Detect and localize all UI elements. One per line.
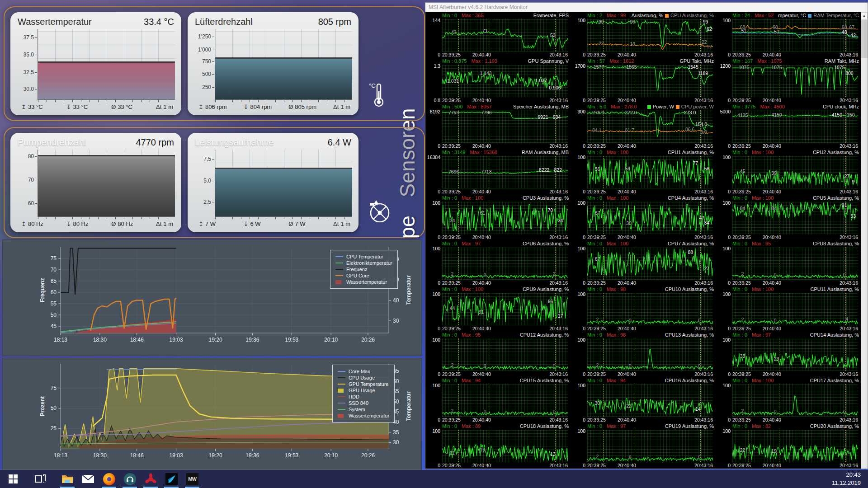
monitor-graph[interactable]: Min : 0Max : 98CPU10 Auslastung, %100200…	[571, 286, 716, 332]
graph-plot[interactable]: 44316617	[442, 293, 568, 325]
graph-plot[interactable]: 67304734	[587, 202, 713, 234]
sensor-panel[interactable]: Lüfterdrehzahl805 rpm1'2501'000750500250…	[188, 12, 359, 115]
monitor-graph[interactable]: Min : 0Max : 89CPU18 Auslastung, %100111…	[425, 423, 571, 469]
series-swatch-icon	[676, 105, 679, 109]
graph-plot[interactable]: 1577156515451189	[587, 65, 713, 97]
sensor-panel[interactable]: Leistungsaufnahme6.4 W7.55.02.5↥7 W↧6 WØ…	[188, 133, 359, 232]
monitor-graph[interactable]: Min : 5.0Max : 278.0Power, WCPU power, W…	[571, 103, 716, 149]
monitor-graph[interactable]: Min : 0Max : 95CPU8 Auslastung, %1002000…	[716, 240, 861, 286]
legend-swatch	[335, 280, 341, 284]
legend-label: GPU Temperature	[349, 381, 388, 387]
monitor-graph[interactable]: Min : 0Max : 100CPU5 Auslastung, %100848…	[716, 195, 861, 240]
graph-plot[interactable]: 200	[442, 338, 568, 371]
graph-plot[interactable]: 302214	[587, 384, 713, 417]
legend-label: Frequenz	[346, 267, 367, 272]
modern-warfare-icon[interactable]: MW	[182, 470, 203, 488]
scrollbar[interactable]: ▲	[861, 12, 868, 469]
afterburner-window[interactable]: MSI Afterburner v4.6.2 Hardware Monitor …	[425, 2, 868, 469]
graph-header: Min : 0Max : 82CPU20 Auslastung, %	[716, 423, 859, 429]
time-label: 20:43:16	[549, 143, 568, 149]
monitor-graph[interactable]: Min : 0Max : 82CPU20 Auslastung, %100221…	[716, 423, 861, 469]
file-explorer-icon[interactable]	[57, 470, 78, 488]
graph-plot[interactable]: 4539279	[732, 156, 858, 188]
monitor-graph[interactable]: Min : 0Max : 97CPU6 Auslastung, %1002020…	[425, 240, 571, 286]
mail-icon[interactable]	[78, 470, 99, 488]
graph-plot[interactable]: 779377966921934	[442, 110, 568, 143]
monitor-graph[interactable]: Min : 24Max : 52CPU Temperatur, °CRAM Te…	[716, 12, 861, 58]
graph-title: CPU18 Auslastung, %	[485, 423, 569, 429]
monitor-graph[interactable]: Min : 0Max : 98CPU13 Auslastung, %100200…	[571, 332, 716, 377]
monitor-graph[interactable]: Min : 0Max : 100CPU11 Auslastung, %10020…	[716, 286, 861, 332]
history-chart-frequency[interactable]: 455055606570753040506018:1318:3018:4619:…	[2, 239, 422, 356]
graph-title: CPU Temperatur, °CRAM Temperatur, °C	[778, 13, 859, 19]
graph-plot[interactable]: 3323	[732, 338, 858, 371]
graph-plot[interactable]: 84849153	[732, 202, 858, 234]
graph-plot[interactable]: 2219	[732, 430, 858, 462]
graph-title-text: CPU20 Auslastung, %	[810, 423, 859, 429]
monitor-graph[interactable]: Min : 0Max : 94CPU15 Auslastung, %100200…	[425, 377, 571, 423]
graph-plot[interactable]: 34617034	[442, 202, 568, 234]
monitor-graph[interactable]: Min : 500Max : 8057Speicher Auslastung, …	[425, 103, 571, 149]
monitor-graph[interactable]: Min : 0Max : 100CPU2 Auslastung, %100453…	[716, 149, 861, 195]
graph-plot[interactable]: 202	[442, 247, 568, 280]
monitor-graph[interactable]: Min : 0Max : 97CPU14 Auslastung, %100332…	[716, 332, 861, 377]
graph-plot[interactable]: 200	[587, 430, 713, 462]
graph-plot[interactable]: 1.0311.1431.0370.906	[442, 65, 568, 97]
sensor-panel[interactable]: Wassertemperatur33.4 °C37.535.032.530.0↥…	[10, 12, 181, 115]
graph-plot[interactable]: 769677188222822	[442, 156, 568, 188]
task-view-icon[interactable]	[30, 470, 51, 488]
monitor-graph[interactable]: Min : 0Max : 365Framerate, FPS1447071530…	[425, 12, 571, 58]
start-icon[interactable]	[3, 470, 24, 488]
monitor-graph[interactable]: Min : 0Max : 100CPU4 Auslastung, %100673…	[571, 195, 716, 240]
monitor-graph[interactable]: Min : 0Max : 95CPU12 Auslastung, %100200…	[425, 332, 571, 377]
graph-plot[interactable]: 200	[587, 338, 713, 371]
svg-text:19:03: 19:03	[170, 452, 183, 459]
time-label: 20:43:16	[549, 52, 568, 57]
sensor-panel[interactable]: Pumpendrehzahl4770 rpm807060↥80 Hz↧80 Hz…	[10, 133, 181, 232]
graph-plot[interactable]: 276.0272.0273.0154.084.181.786.66.0	[587, 110, 713, 143]
graph-scale-min: 0	[716, 235, 731, 240]
monitor-graph[interactable]: Min : 0Max : 100CPU9 Auslastung, %100443…	[425, 286, 571, 332]
scroll-thumb[interactable]	[861, 20, 868, 58]
graph-plot[interactable]: 6868686751504842	[732, 19, 858, 52]
monitor-graph[interactable]: Min : 0Max : 94CPU16 Auslastung, %100302…	[571, 377, 716, 423]
monitor-graph[interactable]: Min : 167Max : 1075RAM Takt, MHz12001075…	[716, 58, 861, 103]
graph-plot[interactable]: 200	[442, 384, 568, 417]
taskbar-clock[interactable]: 20:43 11.12.2019	[832, 471, 861, 487]
firefox-icon[interactable]	[99, 470, 119, 488]
graph-scale-min: 0	[716, 371, 731, 377]
monitor-graph[interactable]: Min : 0.875Max : 1.193GPU Spannung, V1.3…	[425, 58, 571, 103]
time-label: 20:40:40	[472, 235, 491, 240]
graph-plot[interactable]: 200	[587, 293, 713, 325]
monitor-graph[interactable]: Min : 3149Max : 15368RAM Auslastung, MB1…	[425, 149, 571, 195]
graph-plot[interactable]: 204	[732, 293, 858, 325]
graph-plot[interactable]: 56597758	[587, 156, 713, 188]
monitor-graph[interactable]: Min : 57Max : 1612GPU Takt, MHz170015771…	[571, 58, 716, 103]
graph-plot[interactable]: 678827	[587, 247, 713, 280]
graph-plot[interactable]: 412541504150150	[732, 110, 858, 143]
scroll-up-icon[interactable]: ▲	[861, 12, 868, 19]
graph-plot[interactable]: 9999996222192212	[587, 19, 713, 52]
monitor-graph[interactable]: Min : 3775Max : 4500CPU clock, MHz500041…	[716, 103, 861, 149]
graph-scale-min: 0	[716, 189, 731, 194]
msi-afterburner-icon[interactable]	[161, 470, 182, 488]
graph-plot[interactable]: 107510751075800	[732, 65, 858, 97]
legend-label: GPU Usage	[349, 388, 375, 393]
monitor-graph[interactable]: Min : 0Max : 100CPU3 Auslastung, %100346…	[425, 195, 571, 240]
graph-plot[interactable]: 200	[732, 247, 858, 280]
history-chart-usage[interactable]: 255075303540455055606518:1318:3018:4619:…	[2, 358, 422, 470]
monitor-graph[interactable]: Min : 2Max : 99GPU Auslastung, %CPU Ausl…	[571, 12, 716, 58]
stat-interval: Δt1 m	[156, 221, 173, 227]
voice-chat-icon[interactable]	[119, 470, 140, 488]
monitor-graph[interactable]: Min : 0Max : 100CPU7 Auslastung, %100678…	[571, 240, 716, 286]
graph-plot[interactable]: 707153	[442, 19, 568, 52]
graph-plot[interactable]: 200	[732, 384, 858, 417]
graph-plot[interactable]: 111913	[442, 430, 568, 462]
afterburner-titlebar[interactable]: MSI Afterburner v4.6.2 Hardware Monitor	[425, 3, 868, 12]
graph-scale-max: 100	[425, 337, 440, 343]
red-app-icon[interactable]	[140, 470, 161, 488]
monitor-graph[interactable]: Min : 0Max : 100CPU1 Auslastung, %100565…	[571, 149, 716, 195]
graph-scale-min: 0.8	[425, 98, 440, 103]
monitor-graph[interactable]: Min : 0Max : 100CPU17 Auslastung, %10020…	[716, 377, 861, 423]
monitor-graph[interactable]: Min : 0Max : 97CPU19 Auslastung, %100200…	[571, 423, 716, 469]
